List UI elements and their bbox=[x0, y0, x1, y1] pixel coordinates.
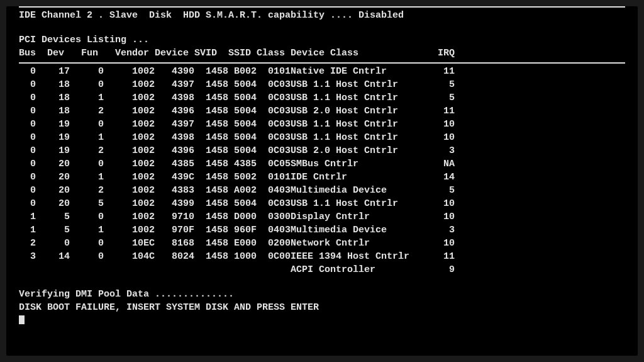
bios-post-screen: IDE Channel 2 . Slave Disk HDD S.M.A.R.T… bbox=[6, 6, 638, 356]
ide-status-line: IDE Channel 2 . Slave Disk HDD S.M.A.R.T… bbox=[19, 9, 625, 22]
pci-listing-title: PCI Devices Listing ... bbox=[19, 33, 625, 47]
cursor-line bbox=[19, 314, 625, 327]
boot-failure-message: DISK BOOT FAILURE, INSERT SYSTEM DISK AN… bbox=[19, 301, 625, 314]
acpi-row: ACPI Controller 9 bbox=[19, 263, 625, 276]
verifying-dmi-line: Verifying DMI Pool Data .............. bbox=[19, 288, 625, 301]
cursor-icon bbox=[19, 315, 25, 324]
pci-device-list: 0 17 0 1002 4390 1458 B002 0101Native ID… bbox=[19, 65, 625, 263]
top-divider bbox=[19, 6, 625, 8]
header-divider bbox=[19, 62, 625, 64]
pci-table-header: Bus Dev Fun Vendor Device SVID SSID Clas… bbox=[19, 47, 625, 60]
